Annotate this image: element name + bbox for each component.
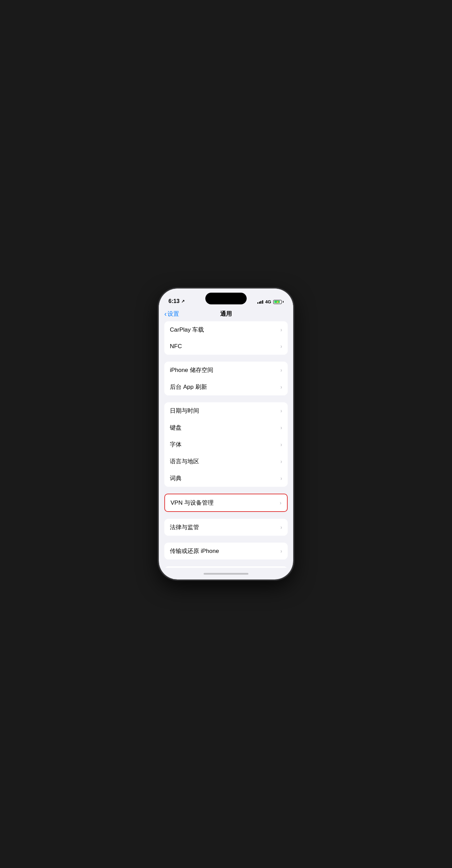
- battery-tip: [283, 301, 284, 303]
- background-refresh-chevron-icon: ›: [280, 384, 282, 390]
- dynamic-island: [205, 293, 247, 304]
- shutdown-row-item[interactable]: 关机: [164, 566, 288, 568]
- iphone-storage-right: ›: [280, 367, 282, 373]
- network-label: 4G: [265, 299, 271, 304]
- phone-frame: 6:13 ↗ 4G ⚡: [159, 289, 293, 579]
- signal-bar-4: [262, 300, 263, 304]
- back-label: 设置: [167, 310, 179, 318]
- group-transfer: 传输或还原 iPhone ›: [164, 543, 288, 559]
- datetime-right: ›: [280, 408, 282, 414]
- datetime-chevron-icon: ›: [280, 408, 282, 414]
- fonts-label: 字体: [170, 441, 182, 448]
- transfer-reset-chevron-icon: ›: [280, 548, 282, 554]
- back-button[interactable]: ‹ 设置: [164, 310, 179, 318]
- iphone-storage-row[interactable]: iPhone 储存空间 ›: [164, 362, 288, 379]
- group-language: 日期与时间 › 键盘 › 字体 ›: [164, 402, 288, 487]
- transfer-reset-row[interactable]: 传输或还原 iPhone ›: [164, 543, 288, 559]
- keyboard-chevron-icon: ›: [280, 425, 282, 431]
- battery-icon: ⚡: [273, 300, 284, 304]
- home-indicator: [159, 568, 293, 579]
- fonts-right: ›: [280, 442, 282, 448]
- legal-label: 法律与监管: [170, 523, 199, 531]
- page-title: 通用: [220, 310, 232, 318]
- language-region-label: 语言与地区: [170, 457, 199, 465]
- carplay-row[interactable]: CarPlay 车载 ›: [164, 321, 288, 338]
- signal-bar-2: [259, 302, 260, 304]
- back-chevron-icon: ‹: [164, 310, 167, 317]
- location-arrow-icon: ↗: [181, 299, 185, 304]
- battery-bolt-icon: ⚡: [276, 300, 279, 303]
- dictionary-row[interactable]: 词典 ›: [164, 470, 288, 487]
- keyboard-row[interactable]: 键盘 ›: [164, 419, 288, 436]
- signal-icon: [257, 300, 263, 304]
- iphone-storage-label: iPhone 储存空间: [170, 366, 213, 374]
- group-storage: iPhone 储存空间 › 后台 App 刷新 ›: [164, 362, 288, 395]
- iphone-storage-chevron-icon: ›: [280, 367, 282, 373]
- vpn-management-label: VPN 与设备管理: [171, 499, 214, 507]
- dictionary-label: 词典: [170, 474, 182, 482]
- dictionary-chevron-icon: ›: [280, 475, 282, 482]
- time-text: 6:13: [168, 298, 179, 304]
- screen: 6:13 ↗ 4G ⚡: [159, 289, 293, 579]
- datetime-row[interactable]: 日期与时间 ›: [164, 402, 288, 419]
- carplay-label: CarPlay 车载: [170, 326, 204, 334]
- group-carplay: CarPlay 车载 › NFC ›: [164, 321, 288, 355]
- legal-right: ›: [280, 524, 282, 531]
- dictionary-right: ›: [280, 475, 282, 482]
- keyboard-label: 键盘: [170, 424, 182, 432]
- legal-chevron-icon: ›: [280, 524, 282, 531]
- home-bar: [204, 573, 248, 575]
- vpn-management-row[interactable]: VPN 与设备管理 ›: [164, 494, 288, 512]
- status-bar: 6:13 ↗ 4G ⚡: [159, 289, 293, 307]
- language-region-row[interactable]: 语言与地区 ›: [164, 453, 288, 470]
- signal-bar-1: [257, 302, 258, 304]
- nav-bar: ‹ 设置 通用: [159, 307, 293, 321]
- signal-bar-3: [260, 301, 261, 304]
- vpn-management-right: ›: [280, 500, 281, 506]
- language-region-right: ›: [280, 458, 282, 465]
- group-legal: 法律与监管 ›: [164, 519, 288, 536]
- keyboard-right: ›: [280, 425, 282, 431]
- transfer-reset-label: 传输或还原 iPhone: [170, 547, 219, 555]
- vpn-management-chevron-icon: ›: [280, 500, 281, 506]
- nfc-row[interactable]: NFC ›: [164, 338, 288, 355]
- content-area[interactable]: CarPlay 车载 › NFC › iPhone 储存空间: [159, 321, 293, 568]
- legal-row[interactable]: 法律与监管 ›: [164, 519, 288, 536]
- nfc-label: NFC: [170, 343, 182, 350]
- status-time: 6:13 ↗: [168, 298, 185, 304]
- status-icons: 4G ⚡: [257, 299, 284, 304]
- fonts-chevron-icon: ›: [280, 442, 282, 448]
- background-refresh-label: 后台 App 刷新: [170, 383, 207, 391]
- background-refresh-right: ›: [280, 384, 282, 390]
- carplay-right: ›: [280, 327, 282, 333]
- nfc-right: ›: [280, 343, 282, 350]
- datetime-label: 日期与时间: [170, 407, 199, 415]
- language-region-chevron-icon: ›: [280, 458, 282, 465]
- nfc-chevron-icon: ›: [280, 343, 282, 350]
- fonts-row[interactable]: 字体 ›: [164, 436, 288, 453]
- transfer-reset-right: ›: [280, 548, 282, 554]
- background-refresh-row[interactable]: 后台 App 刷新 ›: [164, 379, 288, 395]
- group-shutdown: 关机: [164, 566, 288, 568]
- carplay-chevron-icon: ›: [280, 327, 282, 333]
